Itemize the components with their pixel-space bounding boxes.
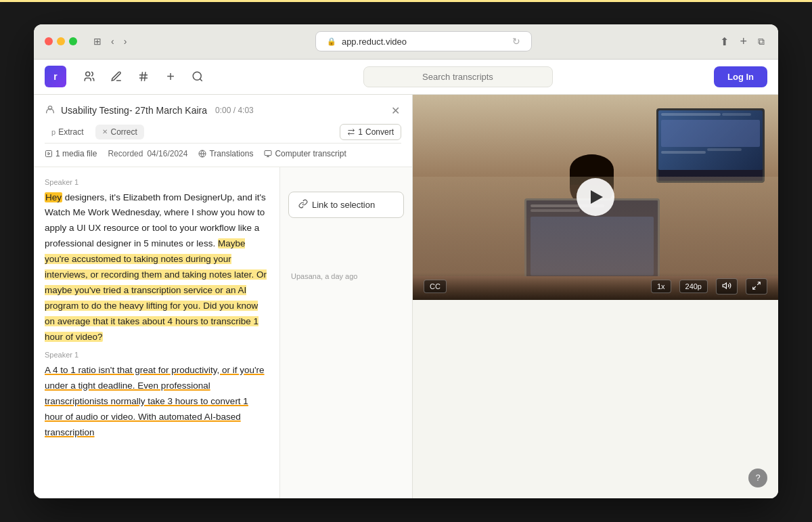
help-button[interactable]: ?: [748, 469, 767, 487]
url-text: app.reduct.video: [342, 37, 407, 47]
minimize-traffic-light[interactable]: [57, 37, 65, 45]
url-box[interactable]: 🔒 app.reduct.video ↻: [315, 31, 532, 51]
titlebar: ⊞ ‹ › 🔒 app.reduct.video ↻ ⬆ + ⧉: [34, 24, 778, 60]
forward-button[interactable]: ›: [121, 33, 130, 49]
play-triangle-icon: [591, 190, 603, 204]
titlebar-right: ⬆ + ⧉: [717, 32, 767, 51]
speaker-1-section-2: Speaker 1 A 4 to 1 ratio isn't that grea…: [45, 351, 269, 441]
volume-button[interactable]: [716, 278, 738, 295]
extract-label: Extract: [58, 127, 83, 137]
transcript-title-bar: Usability Testing- 27th March Kaira 0:00…: [45, 103, 401, 118]
correct-tag[interactable]: ✕ Correct: [95, 125, 143, 139]
bg-monitor: [656, 108, 765, 183]
text-panel[interactable]: Speaker 1 Hey designers, it's Elizabeth …: [34, 167, 280, 498]
translations-label: Translations: [209, 149, 253, 158]
lock-icon: 🔒: [327, 37, 336, 46]
main-content: Usability Testing- 27th March Kaira 0:00…: [34, 95, 778, 498]
hash-icon-button[interactable]: [131, 64, 156, 89]
share-button[interactable]: ⬆: [717, 32, 731, 51]
recorded-item: Recorded 04/16/2024: [108, 149, 187, 158]
brand-logo: r: [45, 66, 66, 87]
transcript-meta: 1 media file Recorded 04/16/2024 Transla…: [45, 143, 401, 158]
transcript-actions: p Extract ✕ Correct 1 Convert: [45, 124, 401, 140]
convert-button[interactable]: 1 Convert: [340, 124, 401, 140]
app-window: ⊞ ‹ › 🔒 app.reduct.video ↻ ⬆ + ⧉ r +: [34, 24, 778, 498]
media-files-label: 1 media file: [55, 149, 97, 158]
new-tab-button[interactable]: +: [737, 32, 750, 51]
bg-monitor-screen: [658, 110, 763, 170]
extract-tag[interactable]: p Extract: [45, 125, 90, 139]
hey-word[interactable]: Hey: [45, 192, 62, 202]
transcript-time: 0:00 / 4:03: [215, 106, 254, 115]
correct-label: Correct: [110, 127, 137, 137]
annotation-panel: Link to selection Upasana, a day ago: [280, 167, 412, 498]
svg-marker-9: [48, 152, 50, 155]
transcript-user-icon: [45, 104, 55, 117]
speaker-1-label-2: Speaker 1: [45, 351, 269, 359]
svg-line-6: [200, 79, 202, 81]
quality-button[interactable]: 240p: [679, 280, 708, 293]
sidebar-toggle-button[interactable]: ⊞: [91, 33, 104, 49]
link-to-selection-label: Link to selection: [312, 200, 375, 210]
video-container: CC 1x 240p: [413, 95, 778, 301]
convert-count: 1: [358, 127, 363, 137]
correct-x-icon: ✕: [102, 128, 108, 135]
speed-button[interactable]: 1x: [651, 280, 671, 293]
close-traffic-light[interactable]: [45, 37, 53, 45]
media-files-item[interactable]: 1 media file: [45, 149, 97, 158]
reload-icon[interactable]: ↻: [512, 36, 520, 47]
speaker-1-label: Speaker 1: [45, 178, 269, 186]
underlined-text: A 4 to 1 ratio isn't that great for prod…: [45, 365, 265, 437]
search-icon-button[interactable]: [185, 64, 210, 89]
computer-transcript-label: Computer transcript: [275, 149, 346, 158]
speaker-1-section: Speaker 1 Hey designers, it's Elizabeth …: [45, 178, 269, 345]
computer-transcript-item[interactable]: Computer transcript: [264, 149, 346, 158]
svg-line-17: [753, 286, 756, 289]
svg-point-5: [193, 72, 201, 80]
svg-line-16: [757, 282, 760, 285]
titlebar-controls: ⊞ ‹ ›: [91, 33, 129, 49]
speaker-1-text: Hey designers, it's Elizabeth from Desig…: [45, 190, 269, 345]
play-button[interactable]: [577, 178, 614, 216]
svg-marker-15: [723, 283, 726, 288]
left-panel: Usability Testing- 27th March Kaira 0:00…: [34, 95, 413, 498]
svg-rect-8: [46, 150, 52, 156]
team-icon-button[interactable]: [77, 64, 102, 89]
right-panel: CC 1x 240p ?: [413, 95, 778, 498]
toolbar: r + Log In: [34, 60, 778, 95]
address-bar: 🔒 app.reduct.video ↻: [137, 31, 709, 51]
link-to-selection-button[interactable]: Link to selection: [288, 192, 404, 218]
svg-point-0: [86, 72, 90, 76]
transcript-body: Speaker 1 Hey designers, it's Elizabeth …: [34, 167, 412, 498]
login-button[interactable]: Log In: [714, 66, 767, 87]
annotation-user: Upasana, a day ago: [288, 272, 404, 280]
speaker-1-text-2: A 4 to 1 ratio isn't that great for prod…: [45, 363, 269, 441]
fullscreen-button[interactable]: [746, 278, 767, 295]
highlighted-text-1: Maybe you're accustomed to taking notes …: [45, 238, 267, 342]
link-icon: [298, 199, 308, 211]
search-input[interactable]: [363, 66, 553, 87]
convert-label: Convert: [365, 127, 394, 137]
edit-icon-button[interactable]: [104, 64, 129, 89]
search-bar-container: [212, 66, 703, 87]
svg-line-4: [145, 72, 146, 81]
svg-rect-12: [265, 150, 271, 155]
transcript-header: Usability Testing- 27th March Kaira 0:00…: [34, 95, 412, 167]
cc-button[interactable]: CC: [424, 280, 447, 293]
svg-line-3: [141, 72, 143, 81]
traffic-lights: [45, 37, 77, 45]
transcript-title-left: Usability Testing- 27th March Kaira 0:00…: [45, 104, 254, 117]
duplicate-tab-button[interactable]: ⧉: [755, 33, 767, 50]
back-button[interactable]: ‹: [108, 33, 117, 49]
close-transcript-button[interactable]: ✕: [390, 103, 401, 118]
video-controls: CC 1x 240p: [413, 273, 778, 300]
add-icon-button[interactable]: +: [158, 64, 183, 89]
translations-item[interactable]: Translations: [198, 149, 253, 158]
maximize-traffic-light[interactable]: [69, 37, 77, 45]
right-empty-area: ?: [413, 300, 778, 498]
transcript-title: Usability Testing- 27th March Kaira: [61, 105, 207, 116]
